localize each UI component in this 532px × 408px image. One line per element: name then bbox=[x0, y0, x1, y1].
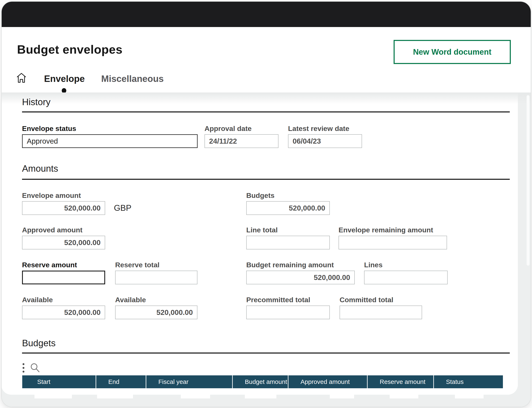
budget-remaining-amount-input[interactable]: 520,000.00 bbox=[246, 271, 355, 284]
field-label: Reserve amount bbox=[22, 261, 105, 269]
column-header-start[interactable]: Start bbox=[22, 375, 96, 388]
section-rule bbox=[22, 111, 510, 112]
field-label: Envelope remaining amount bbox=[338, 226, 447, 234]
field-lines: Lines bbox=[364, 261, 448, 284]
field-committed-total: Committed total bbox=[339, 296, 422, 319]
field-label: Latest review date bbox=[288, 124, 362, 133]
field-reserve-amount: Reserve amount bbox=[22, 261, 105, 284]
field-label: Precommitted total bbox=[246, 296, 330, 304]
search-icon[interactable] bbox=[30, 362, 40, 373]
reserve-amount-input[interactable] bbox=[22, 271, 105, 284]
field-label: Lines bbox=[364, 261, 448, 269]
field-label: Available bbox=[115, 296, 197, 304]
tab-envelope[interactable]: Envelope bbox=[44, 74, 85, 84]
table-row-cell-top bbox=[330, 395, 354, 399]
home-icon[interactable] bbox=[17, 72, 26, 83]
field-label: Reserve total bbox=[115, 261, 197, 269]
field-label: Budgets bbox=[246, 191, 330, 200]
table-row-cell-top bbox=[455, 395, 484, 399]
column-header-fiscal-year[interactable]: Fiscal year bbox=[146, 375, 232, 388]
field-budget-remaining-amount: Budget remaining amount 520,000.00 bbox=[246, 261, 355, 284]
envelope-amount-input[interactable]: 520,000.00 bbox=[22, 201, 105, 215]
column-header-reserve-amount[interactable]: Reserve amount bbox=[368, 375, 433, 388]
field-label: Envelope amount bbox=[22, 191, 105, 200]
available-input-1[interactable]: 520,000.00 bbox=[22, 306, 105, 319]
app-card: Budget envelopes New Word document Envel… bbox=[1, 1, 531, 407]
table-row-cell-top bbox=[97, 395, 133, 399]
field-available-1: Available 520,000.00 bbox=[22, 296, 105, 319]
field-label: Approved amount bbox=[22, 226, 105, 234]
field-approval-date: Approval date 24/11/22 bbox=[204, 124, 279, 148]
field-envelope-remaining-amount: Envelope remaining amount bbox=[338, 226, 447, 249]
budgets-input[interactable]: 520,000.00 bbox=[246, 201, 330, 215]
column-header-approved-amount[interactable]: Approved amount bbox=[288, 375, 367, 388]
available-input-2[interactable]: 520,000.00 bbox=[115, 306, 197, 319]
table-row-cell-top bbox=[245, 395, 276, 399]
page-title: Budget envelopes bbox=[17, 42, 123, 56]
committed-total-input[interactable] bbox=[339, 306, 422, 319]
section-heading-budgets: Budgets bbox=[22, 338, 56, 348]
tab-miscellaneous[interactable]: Miscellaneous bbox=[101, 74, 164, 84]
field-precommitted-total: Precommitted total bbox=[246, 296, 330, 319]
precommitted-total-input[interactable] bbox=[246, 306, 330, 319]
reserve-total-input[interactable] bbox=[115, 271, 197, 284]
kebab-menu-icon[interactable] bbox=[22, 362, 25, 374]
field-budgets: Budgets 520,000.00 bbox=[246, 191, 330, 215]
field-approved-amount: Approved amount 520,000.00 bbox=[22, 226, 105, 249]
approved-amount-input[interactable]: 520,000.00 bbox=[22, 236, 105, 249]
app-window: Budget envelopes New Word document Envel… bbox=[0, 0, 532, 408]
column-header-end[interactable]: End bbox=[96, 375, 146, 388]
field-label: Envelope status bbox=[22, 124, 198, 133]
envelope-remaining-amount-input[interactable] bbox=[338, 236, 447, 249]
line-total-input[interactable] bbox=[246, 236, 330, 249]
latest-review-date-input[interactable]: 06/04/23 bbox=[288, 134, 362, 148]
currency-code: GBP bbox=[114, 203, 131, 213]
table-header-row: StartEndFiscal yearBudget amountApproved… bbox=[22, 375, 503, 388]
column-header-status[interactable]: Status bbox=[434, 375, 503, 388]
column-header-budget-amount[interactable]: Budget amount bbox=[233, 375, 288, 388]
field-label: Committed total bbox=[339, 296, 422, 304]
section-heading-amounts: Amounts bbox=[22, 163, 58, 174]
field-available-2: Available 520,000.00 bbox=[115, 296, 197, 319]
vertical-scrollbar[interactable] bbox=[527, 95, 530, 266]
top-bar bbox=[1, 1, 531, 27]
section-rule bbox=[22, 179, 510, 180]
approval-date-input[interactable]: 24/11/22 bbox=[204, 134, 279, 148]
field-reserve-total: Reserve total bbox=[115, 261, 197, 284]
table-row-cell-top bbox=[181, 395, 210, 399]
lines-input[interactable] bbox=[364, 271, 448, 284]
envelope-status-input[interactable]: Approved bbox=[22, 134, 198, 148]
field-label: Line total bbox=[246, 226, 330, 234]
section-heading-history: History bbox=[22, 97, 51, 107]
table-row-cell-top bbox=[390, 395, 418, 399]
table-row-cell-top bbox=[34, 395, 72, 399]
field-label: Budget remaining amount bbox=[246, 261, 355, 269]
new-word-document-button[interactable]: New Word document bbox=[394, 40, 511, 64]
field-envelope-amount: Envelope amount 520,000.00 bbox=[22, 191, 105, 215]
section-rule bbox=[22, 352, 510, 354]
field-label: Approval date bbox=[204, 124, 279, 133]
field-line-total: Line total bbox=[246, 226, 330, 249]
field-envelope-status: Envelope status Approved bbox=[22, 124, 198, 148]
header-shadow bbox=[1, 93, 531, 104]
field-label: Available bbox=[22, 296, 105, 304]
field-latest-review-date: Latest review date 06/04/23 bbox=[288, 124, 362, 148]
